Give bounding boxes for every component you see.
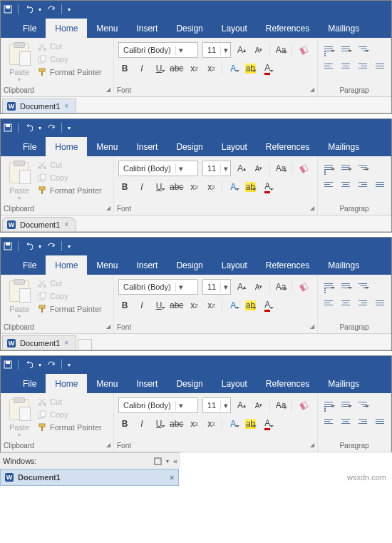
justify-button[interactable] (373, 415, 386, 427)
tab-insert[interactable]: Insert (127, 137, 167, 156)
tab-file[interactable]: File (14, 19, 46, 38)
change-case-button[interactable]: Aa (274, 280, 287, 293)
bold-button[interactable]: B (118, 299, 131, 312)
copy-button[interactable]: Copy (38, 410, 102, 419)
font-color-button[interactable]: A (261, 417, 274, 430)
qat-customize-icon[interactable]: ▾ (68, 6, 71, 13)
font-color-button[interactable]: A (261, 181, 274, 193)
close-doc-icon[interactable]: × (170, 474, 174, 482)
tab-file[interactable]: File (14, 255, 46, 275)
cut-button[interactable]: Cut (38, 279, 102, 288)
highlight-button[interactable]: ab (244, 417, 257, 430)
undo-icon[interactable] (24, 361, 33, 368)
windows-dropdown-icon[interactable]: ▾ (166, 458, 169, 465)
tab-mailings[interactable]: Mailings (319, 374, 368, 393)
paste-dropdown-icon[interactable]: ▾ (18, 195, 21, 201)
bullets-button[interactable] (322, 397, 335, 410)
paste-button[interactable]: Paste▾ (5, 161, 33, 201)
tab-layout[interactable]: Layout (212, 137, 257, 156)
superscript-button[interactable]: x2 (205, 62, 217, 75)
numbering-button[interactable] (339, 42, 352, 55)
highlight-button[interactable]: ab (244, 299, 257, 312)
shrink-font-button[interactable]: A▾ (252, 280, 265, 293)
clear-format-button[interactable]: ◧ (296, 44, 309, 56)
align-center-button[interactable] (339, 178, 352, 191)
qat-customize-icon[interactable]: ▾ (68, 125, 71, 131)
bold-button[interactable]: B (118, 62, 131, 75)
paste-button[interactable]: Paste▾ (5, 279, 33, 320)
tab-mailings[interactable]: Mailings (319, 137, 368, 156)
tab-layout[interactable]: Layout (212, 19, 257, 38)
clear-format-button[interactable]: ◧ (296, 162, 309, 175)
subscript-button[interactable]: x2 (187, 417, 200, 430)
copy-button[interactable]: Copy (38, 173, 102, 182)
collapse-icon[interactable]: « (173, 457, 177, 465)
superscript-button[interactable]: x2 (205, 417, 217, 430)
tab-mailings[interactable]: Mailings (319, 19, 368, 38)
clipboard-launcher-icon[interactable]: ◢ (106, 86, 110, 94)
change-case-button[interactable]: Aa (274, 162, 287, 175)
align-left-button[interactable] (322, 59, 335, 72)
grow-font-button[interactable]: A▴ (235, 44, 248, 56)
justify-button[interactable] (373, 296, 386, 309)
document-tab[interactable]: WDocument1× (2, 217, 76, 231)
copy-button[interactable]: Copy (38, 55, 102, 64)
close-tab-icon[interactable]: × (64, 102, 68, 110)
tab-home[interactable]: Home (46, 137, 87, 156)
change-case-button[interactable]: Aa (274, 44, 287, 56)
clear-format-button[interactable]: ◧ (296, 399, 309, 412)
align-right-button[interactable] (356, 178, 369, 191)
format-painter-button[interactable]: Format Painter (38, 305, 102, 313)
tab-design[interactable]: Design (167, 137, 212, 156)
tab-home[interactable]: Home (46, 19, 87, 38)
bullets-button[interactable] (322, 42, 335, 55)
bullets-button[interactable] (322, 279, 335, 292)
chevron-down-icon[interactable]: ▾ (175, 46, 186, 55)
tab-file[interactable]: File (14, 374, 46, 393)
paste-button[interactable]: Paste ▾ (5, 42, 33, 83)
align-right-button[interactable] (356, 59, 369, 72)
italic-button[interactable]: I (135, 299, 148, 312)
bold-button[interactable]: B (118, 417, 131, 430)
format-painter-button[interactable]: Format Painter (38, 423, 102, 432)
new-window-icon[interactable] (154, 457, 162, 465)
tab-mailings[interactable]: Mailings (319, 255, 368, 275)
tab-menu[interactable]: Menu (87, 255, 127, 275)
grow-font-button[interactable]: A▴ (235, 162, 248, 175)
windows-pane-item[interactable]: W Document1 × (0, 469, 179, 486)
undo-dropdown-icon[interactable]: ▾ (38, 6, 41, 13)
chevron-down-icon[interactable]: ▾ (220, 46, 230, 55)
format-painter-button[interactable]: Format Painter (38, 186, 102, 195)
tab-menu[interactable]: Menu (87, 374, 127, 393)
align-left-button[interactable] (322, 178, 335, 191)
tab-references[interactable]: References (257, 137, 319, 156)
numbering-button[interactable] (339, 397, 352, 410)
font-name-combo[interactable]: Calibri (Body)▾ (118, 279, 198, 295)
align-right-button[interactable] (356, 296, 369, 309)
tab-menu[interactable]: Menu (87, 19, 127, 38)
underline-button[interactable]: U (153, 62, 165, 75)
tab-home[interactable]: Home (46, 374, 87, 393)
multilevel-button[interactable] (356, 279, 369, 292)
justify-button[interactable] (373, 178, 386, 191)
bullets-button[interactable] (322, 161, 335, 173)
cut-button[interactable]: Cut (38, 42, 102, 51)
close-tab-icon[interactable]: × (64, 339, 68, 347)
align-center-button[interactable] (339, 296, 352, 309)
underline-button[interactable]: U (153, 181, 165, 193)
grow-font-button[interactable]: A▴ (235, 280, 248, 293)
tab-file[interactable]: File (14, 137, 46, 156)
font-size-combo[interactable]: 11▾ (202, 42, 231, 58)
multilevel-button[interactable] (356, 397, 369, 410)
font-size-combo[interactable]: 11▾ (202, 161, 231, 176)
numbering-button[interactable] (339, 279, 352, 292)
font-size-combo[interactable]: 11▾ (202, 279, 231, 295)
italic-button[interactable]: I (135, 417, 148, 430)
copy-button[interactable]: Copy (38, 292, 102, 300)
redo-icon[interactable] (47, 243, 56, 250)
align-right-button[interactable] (356, 415, 369, 427)
shrink-font-button[interactable]: A▾ (252, 162, 265, 175)
cut-button[interactable]: Cut (38, 397, 102, 406)
align-left-button[interactable] (322, 296, 335, 309)
redo-icon[interactable] (47, 361, 56, 368)
